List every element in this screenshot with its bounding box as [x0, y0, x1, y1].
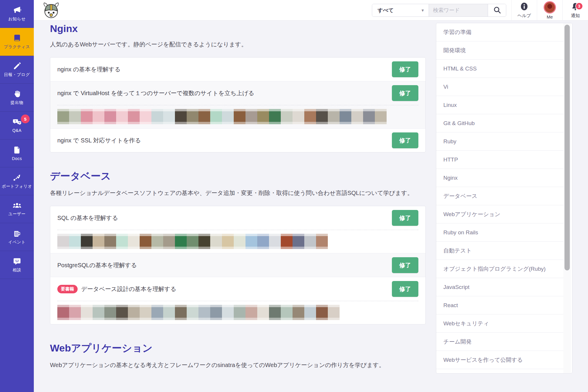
complete-button[interactable]: 修了: [392, 210, 418, 226]
complete-button[interactable]: 修了: [392, 281, 418, 297]
sidebar-item-提出物[interactable]: 提出物: [0, 84, 34, 112]
avatar-cell[interactable]: [234, 305, 245, 320]
avatar-cell[interactable]: [222, 109, 234, 124]
category-item[interactable]: Git & GitHub: [436, 114, 564, 132]
avatar-cell[interactable]: [210, 109, 222, 124]
viking-bird-logo[interactable]: [43, 2, 60, 19]
avatar-cell[interactable]: [234, 234, 245, 249]
category-item[interactable]: Vi: [436, 78, 564, 96]
avatar-cell[interactable]: [128, 305, 140, 320]
avatar-cell[interactable]: [128, 109, 140, 124]
avatar-cell[interactable]: [198, 234, 210, 249]
sidebar-item-Docs[interactable]: Docs: [0, 139, 34, 167]
category-item[interactable]: JavaScript: [436, 278, 564, 296]
avatar-cell[interactable]: [93, 305, 104, 320]
avatar-cell[interactable]: [328, 109, 340, 124]
avatar-cell[interactable]: [269, 109, 281, 124]
avatar-cell[interactable]: [151, 305, 163, 320]
search-button[interactable]: [488, 4, 506, 16]
avatar-cell[interactable]: [340, 109, 351, 124]
sidebar-item-Q&A[interactable]: ?Q&A5: [0, 112, 34, 139]
avatar-cell[interactable]: [222, 305, 234, 320]
avatar-cell[interactable]: [304, 305, 316, 320]
avatar-cell[interactable]: [316, 234, 328, 249]
avatar-cell[interactable]: [175, 109, 187, 124]
category-item[interactable]: Linux: [436, 96, 564, 114]
avatar-cell[interactable]: [245, 234, 257, 249]
avatar-cell[interactable]: [104, 109, 116, 124]
category-item[interactable]: HTTP: [436, 151, 564, 169]
sidebar-item-お知らせ[interactable]: お知らせ: [0, 0, 34, 28]
avatar-cell[interactable]: [57, 109, 69, 124]
avatar-cell[interactable]: [304, 109, 316, 124]
complete-button[interactable]: 修了: [392, 257, 418, 273]
avatar-cell[interactable]: [257, 305, 269, 320]
avatar-cell[interactable]: [93, 109, 104, 124]
avatar-cell[interactable]: [81, 234, 93, 249]
category-item[interactable]: 学習の準備: [436, 23, 564, 41]
avatar-cell[interactable]: [198, 109, 210, 124]
avatar-cell[interactable]: [293, 234, 304, 249]
sidebar-item-相談[interactable]: 相談: [0, 251, 34, 279]
category-item[interactable]: 自動テスト: [436, 242, 564, 260]
category-item[interactable]: チーム開発: [436, 333, 564, 351]
avatar-cell[interactable]: [269, 305, 281, 320]
category-item[interactable]: オブジェクト指向プログラミング(Ruby): [436, 260, 564, 278]
complete-button[interactable]: 修了: [392, 61, 418, 77]
practice-title[interactable]: PostgreSQLの基本を理解する: [57, 261, 137, 269]
avatar-cell[interactable]: [222, 234, 234, 249]
avatar-cell[interactable]: [163, 109, 175, 124]
avatar-cell[interactable]: [69, 234, 81, 249]
avatar-cell[interactable]: [140, 305, 151, 320]
avatar-cell[interactable]: [351, 109, 363, 124]
complete-button[interactable]: 修了: [392, 132, 418, 148]
avatar-cell[interactable]: [104, 234, 116, 249]
sidebar-item-ポートフォリオ[interactable]: ポートフォリオ: [0, 167, 34, 195]
avatar-cell[interactable]: [116, 234, 128, 249]
sidebar-item-日報・ブログ[interactable]: 日報・ブログ: [0, 56, 34, 84]
avatar-cell[interactable]: [363, 109, 375, 124]
category-item[interactable]: Ruby: [436, 132, 564, 151]
practice-title[interactable]: nginx の基本を理解する: [57, 65, 121, 73]
avatar-cell[interactable]: [269, 234, 281, 249]
avatar-cell[interactable]: [175, 234, 187, 249]
avatar-cell[interactable]: [140, 109, 151, 124]
avatar-cell[interactable]: [69, 305, 81, 320]
avatar-cell[interactable]: [151, 234, 163, 249]
avatar-cell[interactable]: [245, 109, 257, 124]
me-menu[interactable]: Me: [537, 0, 562, 21]
avatar-cell[interactable]: [328, 305, 340, 320]
avatar-cell[interactable]: [163, 234, 175, 249]
avatar-cell[interactable]: [293, 305, 304, 320]
complete-button[interactable]: 修了: [392, 85, 418, 101]
avatar-cell[interactable]: [234, 109, 245, 124]
avatar-cell[interactable]: [375, 109, 387, 124]
avatar-cell[interactable]: [128, 234, 140, 249]
avatar-cell[interactable]: [57, 234, 69, 249]
avatar-cell[interactable]: [187, 109, 198, 124]
avatar-cell[interactable]: [175, 305, 187, 320]
avatar-cell[interactable]: [304, 234, 316, 249]
avatar-cell[interactable]: [198, 305, 210, 320]
avatar-cell[interactable]: [210, 305, 222, 320]
practice-title[interactable]: 要書籍データベース設計の基本を理解する: [57, 285, 176, 293]
avatar-cell[interactable]: [316, 305, 328, 320]
notifications-button[interactable]: 3 通知: [562, 0, 588, 21]
search-scope-select[interactable]: すべて ▼: [372, 4, 429, 16]
avatar-cell[interactable]: [81, 305, 93, 320]
avatar-cell[interactable]: [81, 109, 93, 124]
avatar-cell[interactable]: [104, 305, 116, 320]
practice-title[interactable]: nginx で SSL 対応サイトを作る: [57, 137, 141, 144]
category-item[interactable]: データベース: [436, 187, 564, 205]
sidebar-item-プラクティス[interactable]: プラクティス: [0, 28, 34, 56]
avatar-cell[interactable]: [281, 234, 293, 249]
category-item[interactable]: 開発環境: [436, 41, 564, 60]
avatar-cell[interactable]: [293, 109, 304, 124]
scrollbar-thumb[interactable]: [564, 25, 570, 270]
avatar-cell[interactable]: [281, 109, 293, 124]
avatar-cell[interactable]: [163, 305, 175, 320]
category-item[interactable]: Webセキュリティ: [436, 314, 564, 333]
practice-title[interactable]: SQL の基本を理解する: [57, 214, 118, 222]
avatar-cell[interactable]: [210, 234, 222, 249]
avatar-cell[interactable]: [245, 305, 257, 320]
